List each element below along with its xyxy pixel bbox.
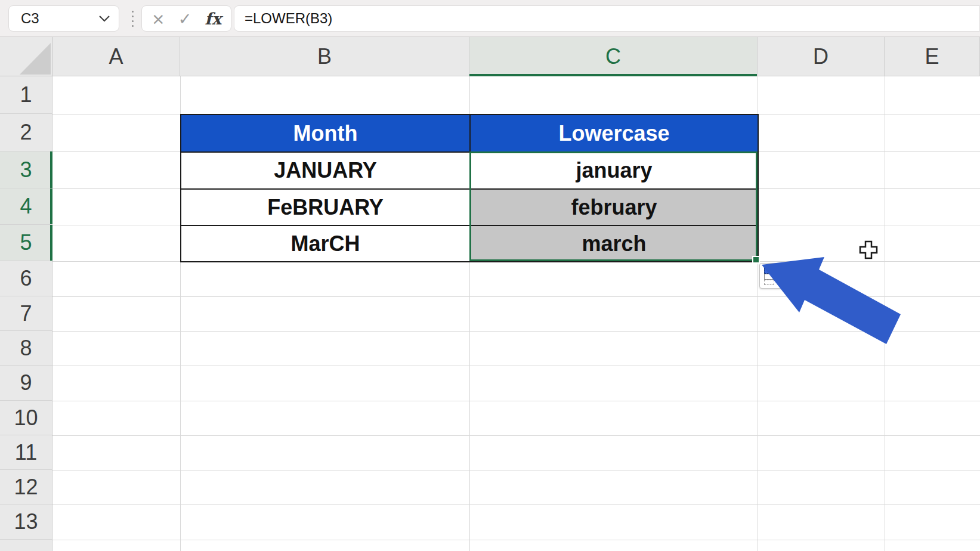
cell-c4[interactable]: february xyxy=(471,190,759,226)
cancel-icon[interactable]: × xyxy=(152,11,165,27)
cell-b3[interactable]: JANUARY xyxy=(181,153,471,190)
row-header-2[interactable]: 2 xyxy=(0,114,52,151)
row-header-3[interactable]: 3 xyxy=(0,151,52,188)
column-header-d[interactable]: D xyxy=(758,37,885,76)
row-header-label: 3 xyxy=(20,157,32,182)
row-header-10[interactable]: 10 xyxy=(0,401,52,435)
fill-handle[interactable] xyxy=(752,256,760,264)
excel-window: C3 × ✓ fx =LOWER(B3) A B C D xyxy=(0,0,980,551)
formula-bar-buttons: × ✓ fx xyxy=(141,5,231,32)
cell-b5[interactable]: MarCH xyxy=(181,226,471,262)
row-header-8[interactable]: 8 xyxy=(0,331,52,366)
cell-c3[interactable]: january xyxy=(471,153,759,190)
row-header-12[interactable]: 12 xyxy=(0,470,52,504)
autofill-options-icon xyxy=(764,274,774,280)
autofill-plus-icon: + xyxy=(775,273,783,286)
gridline xyxy=(52,366,980,366)
gridline xyxy=(52,401,980,401)
cell-b4[interactable]: FeBRUARY xyxy=(181,190,471,226)
header-text: Month xyxy=(293,121,358,146)
cell-grid: Month Lowercase JANUARY january FeBRUARY… xyxy=(52,76,980,551)
data-table: Month Lowercase JANUARY january FeBRUARY… xyxy=(180,114,759,262)
row-header-label: 5 xyxy=(20,230,32,255)
column-header-label: E xyxy=(925,44,939,69)
row-header-13[interactable]: 13 xyxy=(0,504,52,540)
autofill-options-button[interactable]: + xyxy=(759,263,785,289)
cell-text: january xyxy=(576,158,652,183)
row-headers: 1 2 3 4 5 6 7 8 9 10 11 12 13 xyxy=(0,76,52,551)
row-header-label: 7 xyxy=(20,301,32,326)
select-all-triangle-icon xyxy=(20,43,51,75)
column-header-e[interactable]: E xyxy=(885,37,980,76)
cell-text: february xyxy=(571,195,657,220)
row-header-9[interactable]: 9 xyxy=(0,366,52,401)
row-header-label: 9 xyxy=(20,370,32,395)
row-header-label: 1 xyxy=(20,82,32,107)
gridline xyxy=(52,540,980,540)
row-header-7[interactable]: 7 xyxy=(0,296,52,331)
insert-function-icon[interactable]: fx xyxy=(205,11,221,27)
gridline xyxy=(52,470,980,470)
gridline xyxy=(52,435,980,436)
table-header-month[interactable]: Month xyxy=(181,115,471,153)
gridline xyxy=(885,76,885,551)
name-box-value: C3 xyxy=(9,10,98,27)
row-header-11[interactable]: 11 xyxy=(0,435,52,470)
row-header-label: 12 xyxy=(14,475,38,500)
cell-text: march xyxy=(582,231,646,256)
table-header-lowercase[interactable]: Lowercase xyxy=(471,115,759,153)
row-header-label: 8 xyxy=(20,336,32,361)
column-headers: A B C D E xyxy=(52,37,980,76)
column-header-label: A xyxy=(109,44,123,69)
row-header-label: 6 xyxy=(20,266,32,291)
autofill-options-icon xyxy=(764,268,774,274)
column-header-label: B xyxy=(317,44,332,69)
column-header-a[interactable]: A xyxy=(52,37,180,76)
row-header-4[interactable]: 4 xyxy=(0,188,52,225)
column-header-c[interactable]: C xyxy=(469,37,758,76)
cell-c5[interactable]: march xyxy=(471,226,759,262)
formula-text: =LOWER(B3) xyxy=(245,10,332,27)
cell-text: JANUARY xyxy=(274,158,377,183)
formula-bar: C3 × ✓ fx =LOWER(B3) xyxy=(0,0,980,37)
row-header-label: 11 xyxy=(15,440,37,465)
row-header-label: 13 xyxy=(14,509,38,534)
cell-text: FeBRUARY xyxy=(267,195,384,220)
header-text: Lowercase xyxy=(558,121,669,146)
row-header-label: 10 xyxy=(14,405,38,431)
autofill-options-icon xyxy=(764,280,774,285)
row-header-6[interactable]: 6 xyxy=(0,261,52,296)
separator-dots-icon xyxy=(129,0,135,37)
column-header-b[interactable]: B xyxy=(180,37,469,76)
gridline xyxy=(52,331,980,332)
chevron-down-icon[interactable] xyxy=(98,15,110,22)
formula-input[interactable]: =LOWER(B3) xyxy=(234,5,980,32)
name-box[interactable]: C3 xyxy=(8,5,119,32)
gridline xyxy=(52,296,980,297)
row-header-label: 2 xyxy=(20,120,32,145)
gridline xyxy=(52,504,980,505)
enter-icon[interactable]: ✓ xyxy=(178,11,192,27)
row-header-1[interactable]: 1 xyxy=(0,76,52,114)
select-all-button[interactable] xyxy=(0,37,52,76)
row-header-5[interactable]: 5 xyxy=(0,225,52,261)
column-header-label: D xyxy=(813,44,828,69)
row-header-label: 4 xyxy=(20,194,32,219)
row-header-partial xyxy=(0,540,52,551)
column-header-label: C xyxy=(605,44,621,69)
cell-text: MarCH xyxy=(290,231,360,256)
